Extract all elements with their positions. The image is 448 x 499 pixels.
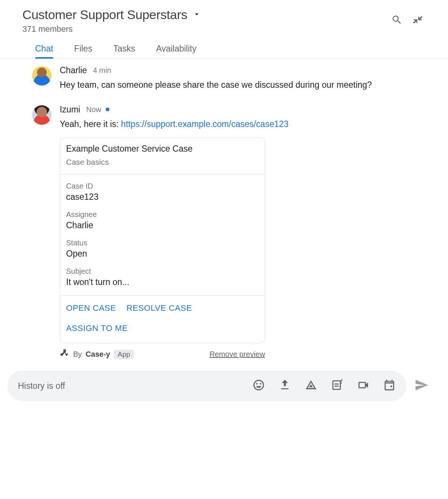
field-label: Assignee (66, 210, 259, 219)
card-app-name: Case-y (85, 350, 110, 359)
card-field: Assignee Charlie (66, 210, 259, 230)
message-author: Charlie (60, 65, 87, 75)
member-count: 371 members (22, 24, 391, 34)
field-label: Subject (66, 267, 259, 276)
field-value: Charlie (66, 220, 259, 230)
emoji-icon[interactable] (252, 379, 265, 393)
new-doc-icon[interactable] (331, 379, 343, 393)
link-preview-card: Example Customer Service Case Case basic… (60, 137, 265, 343)
message-text: Hey team, can someone please share the c… (60, 78, 399, 92)
message-author: Izumi (60, 105, 80, 115)
assign-to-me-button[interactable]: ASSIGN TO ME (66, 323, 128, 333)
message-time: Now (86, 105, 101, 114)
send-button[interactable] (414, 378, 429, 394)
tab-chat[interactable]: Chat (35, 44, 53, 58)
message: Izumi Now Yeah, here it is: https://supp… (32, 100, 426, 362)
field-value: It won't turn on... (66, 277, 259, 287)
card-field: Subject It won't turn on... (66, 267, 259, 287)
composer-placeholder: History is off (18, 381, 244, 391)
upload-icon[interactable] (279, 379, 291, 393)
webhook-icon (60, 348, 69, 360)
drive-icon[interactable] (305, 379, 317, 393)
status-dot-icon (106, 108, 109, 111)
space-title[interactable]: Customer Support Superstars (22, 7, 187, 22)
message: Charlie 4 min Hey team, can someone plea… (32, 61, 426, 93)
message-time: 4 min (93, 66, 111, 75)
field-label: Case ID (66, 182, 259, 190)
card-field: Status Open (66, 239, 259, 259)
tab-tasks[interactable]: Tasks (113, 44, 135, 58)
message-text: Yeah, here it is: https://support.exampl… (60, 118, 399, 131)
field-label: Status (66, 239, 259, 247)
remove-preview-link[interactable]: Remove preview (209, 350, 265, 359)
avatar[interactable] (32, 105, 52, 125)
card-subtitle: Case basics (66, 158, 259, 167)
space-dropdown-icon[interactable] (193, 10, 201, 20)
collapse-icon[interactable] (412, 14, 423, 27)
case-link[interactable]: https://support.example.com/cases/case12… (121, 119, 289, 129)
search-icon[interactable] (391, 14, 402, 27)
message-composer[interactable]: History is off (7, 371, 406, 401)
message-text-prefix: Yeah, here it is: (60, 119, 121, 129)
card-title: Example Customer Service Case (66, 144, 259, 154)
card-field: Case ID case123 (66, 182, 259, 202)
field-value: case123 (66, 192, 259, 202)
tab-bar: Chat Files Tasks Availability (0, 34, 448, 59)
app-badge: App (114, 350, 134, 359)
resolve-case-button[interactable]: RESOLVE CASE (127, 303, 192, 313)
open-case-button[interactable]: OPEN CASE (66, 303, 116, 313)
tab-files[interactable]: Files (74, 44, 93, 58)
video-call-icon[interactable] (357, 379, 370, 393)
calendar-icon[interactable] (383, 379, 396, 393)
tab-availability[interactable]: Availability (156, 44, 196, 58)
card-by-prefix: By (73, 350, 82, 359)
avatar[interactable] (32, 66, 52, 86)
field-value: Open (66, 249, 259, 259)
card-meta: By Case-y App Remove preview (60, 348, 265, 360)
